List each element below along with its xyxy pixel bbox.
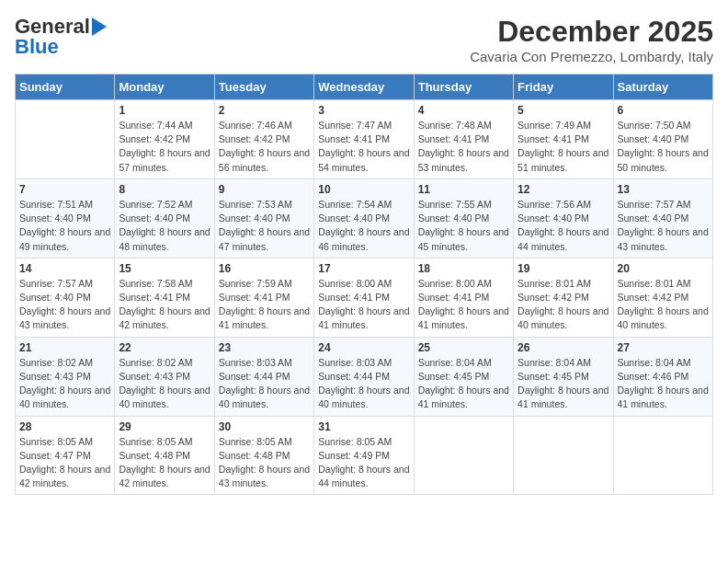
- day-number: 21: [19, 341, 110, 354]
- day-number: 23: [219, 341, 310, 354]
- cell-info: Sunrise: 7:55 AMSunset: 4:40 PMDaylight:…: [418, 198, 509, 254]
- cell-info: Sunrise: 8:03 AMSunset: 4:44 PMDaylight:…: [318, 356, 409, 412]
- calendar-cell: [514, 416, 613, 495]
- day-number: 27: [618, 341, 709, 354]
- calendar-cell: 21Sunrise: 8:02 AMSunset: 4:43 PMDayligh…: [16, 337, 115, 416]
- calendar-cell: 9Sunrise: 7:53 AMSunset: 4:40 PMDaylight…: [214, 178, 313, 258]
- calendar-cell: 27Sunrise: 8:04 AMSunset: 4:46 PMDayligh…: [613, 337, 712, 416]
- day-number: 1: [119, 104, 210, 117]
- cell-info: Sunrise: 7:49 AMSunset: 4:41 PMDaylight:…: [518, 119, 609, 175]
- cell-info: Sunrise: 7:59 AMSunset: 4:41 PMDaylight:…: [219, 277, 310, 333]
- calendar-cell: 12Sunrise: 7:56 AMSunset: 4:40 PMDayligh…: [514, 178, 613, 258]
- calendar-cell: 7Sunrise: 7:51 AMSunset: 4:40 PMDaylight…: [16, 178, 115, 258]
- calendar-cell: 20Sunrise: 8:01 AMSunset: 4:42 PMDayligh…: [613, 258, 712, 337]
- calendar-cell: 17Sunrise: 8:00 AMSunset: 4:41 PMDayligh…: [314, 258, 414, 337]
- week-row-4: 28Sunrise: 8:05 AMSunset: 4:47 PMDayligh…: [16, 416, 713, 495]
- weekday-header-sunday: Sunday: [16, 75, 115, 100]
- calendar-cell: 4Sunrise: 7:48 AMSunset: 4:41 PMDaylight…: [414, 100, 513, 179]
- calendar-cell: 18Sunrise: 8:00 AMSunset: 4:41 PMDayligh…: [414, 258, 513, 337]
- cell-info: Sunrise: 7:53 AMSunset: 4:40 PMDaylight:…: [219, 198, 310, 254]
- calendar-cell: 22Sunrise: 8:02 AMSunset: 4:43 PMDayligh…: [115, 337, 214, 416]
- day-number: 31: [318, 420, 409, 433]
- day-number: 29: [119, 420, 210, 433]
- day-number: 30: [219, 420, 310, 433]
- cell-info: Sunrise: 8:05 AMSunset: 4:49 PMDaylight:…: [318, 435, 409, 491]
- day-number: 3: [318, 104, 409, 117]
- logo-arrow-icon: [92, 17, 107, 36]
- cell-info: Sunrise: 8:00 AMSunset: 4:41 PMDaylight:…: [318, 277, 409, 333]
- week-row-0: 1Sunrise: 7:44 AMSunset: 4:42 PMDaylight…: [16, 100, 713, 179]
- calendar-cell: 6Sunrise: 7:50 AMSunset: 4:40 PMDaylight…: [613, 100, 712, 179]
- weekday-header-tuesday: Tuesday: [214, 75, 313, 100]
- day-number: 2: [219, 104, 310, 117]
- title-block: December 2025 Cavaria Con Premezzo, Lomb…: [470, 15, 713, 64]
- cell-info: Sunrise: 7:52 AMSunset: 4:40 PMDaylight:…: [119, 198, 210, 254]
- cell-info: Sunrise: 7:57 AMSunset: 4:40 PMDaylight:…: [618, 198, 709, 254]
- calendar-cell: 13Sunrise: 7:57 AMSunset: 4:40 PMDayligh…: [613, 178, 712, 258]
- cell-info: Sunrise: 8:05 AMSunset: 4:48 PMDaylight:…: [119, 435, 210, 491]
- calendar-table: SundayMondayTuesdayWednesdayThursdayFrid…: [15, 74, 713, 495]
- day-number: 7: [19, 183, 110, 196]
- calendar-subtitle: Cavaria Con Premezzo, Lombardy, Italy: [470, 49, 713, 64]
- weekday-header-monday: Monday: [115, 75, 214, 100]
- weekday-header-row: SundayMondayTuesdayWednesdayThursdayFrid…: [16, 75, 713, 100]
- day-number: 13: [618, 183, 709, 196]
- calendar-title: December 2025: [470, 15, 713, 49]
- cell-info: Sunrise: 7:47 AMSunset: 4:41 PMDaylight:…: [318, 119, 409, 175]
- day-number: 9: [219, 183, 310, 196]
- week-row-1: 7Sunrise: 7:51 AMSunset: 4:40 PMDaylight…: [16, 178, 713, 258]
- cell-info: Sunrise: 8:05 AMSunset: 4:47 PMDaylight:…: [19, 435, 110, 491]
- cell-info: Sunrise: 7:44 AMSunset: 4:42 PMDaylight:…: [119, 119, 210, 175]
- day-number: 11: [418, 183, 509, 196]
- cell-info: Sunrise: 8:03 AMSunset: 4:44 PMDaylight:…: [219, 356, 310, 412]
- calendar-cell: 30Sunrise: 8:05 AMSunset: 4:48 PMDayligh…: [214, 416, 313, 495]
- calendar-cell: [613, 416, 712, 495]
- calendar-cell: 3Sunrise: 7:47 AMSunset: 4:41 PMDaylight…: [314, 100, 414, 179]
- weekday-header-friday: Friday: [514, 75, 613, 100]
- day-number: 17: [318, 262, 409, 275]
- calendar-cell: 8Sunrise: 7:52 AMSunset: 4:40 PMDaylight…: [115, 178, 214, 258]
- cell-info: Sunrise: 8:04 AMSunset: 4:46 PMDaylight:…: [618, 356, 709, 412]
- calendar-cell: 1Sunrise: 7:44 AMSunset: 4:42 PMDaylight…: [115, 100, 214, 179]
- day-number: 15: [119, 262, 210, 275]
- calendar-cell: 16Sunrise: 7:59 AMSunset: 4:41 PMDayligh…: [214, 258, 313, 337]
- calendar-cell: 5Sunrise: 7:49 AMSunset: 4:41 PMDaylight…: [514, 100, 613, 179]
- cell-info: Sunrise: 7:48 AMSunset: 4:41 PMDaylight:…: [418, 119, 509, 175]
- weekday-header-thursday: Thursday: [414, 75, 513, 100]
- logo: General Blue: [15, 15, 107, 59]
- calendar-cell: 28Sunrise: 8:05 AMSunset: 4:47 PMDayligh…: [16, 416, 115, 495]
- day-number: 4: [418, 104, 509, 117]
- day-number: 19: [518, 262, 609, 275]
- calendar-cell: 26Sunrise: 8:04 AMSunset: 4:45 PMDayligh…: [514, 337, 613, 416]
- cell-info: Sunrise: 7:46 AMSunset: 4:42 PMDaylight:…: [219, 119, 310, 175]
- cell-info: Sunrise: 7:50 AMSunset: 4:40 PMDaylight:…: [618, 119, 709, 175]
- page-header: General Blue December 2025 Cavaria Con P…: [15, 15, 713, 64]
- day-number: 25: [418, 341, 509, 354]
- cell-info: Sunrise: 8:05 AMSunset: 4:48 PMDaylight:…: [219, 435, 310, 491]
- calendar-cell: [414, 416, 513, 495]
- cell-info: Sunrise: 8:00 AMSunset: 4:41 PMDaylight:…: [418, 277, 509, 333]
- day-number: 18: [418, 262, 509, 275]
- week-row-3: 21Sunrise: 8:02 AMSunset: 4:43 PMDayligh…: [16, 337, 713, 416]
- day-number: 10: [318, 183, 409, 196]
- calendar-cell: 19Sunrise: 8:01 AMSunset: 4:42 PMDayligh…: [514, 258, 613, 337]
- cell-info: Sunrise: 8:02 AMSunset: 4:43 PMDaylight:…: [119, 356, 210, 412]
- cell-info: Sunrise: 7:57 AMSunset: 4:40 PMDaylight:…: [19, 277, 110, 333]
- calendar-cell: 10Sunrise: 7:54 AMSunset: 4:40 PMDayligh…: [314, 178, 414, 258]
- cell-info: Sunrise: 8:02 AMSunset: 4:43 PMDaylight:…: [19, 356, 110, 412]
- logo-blue: Blue: [15, 35, 59, 59]
- cell-info: Sunrise: 7:54 AMSunset: 4:40 PMDaylight:…: [318, 198, 409, 254]
- day-number: 6: [618, 104, 709, 117]
- calendar-cell: 15Sunrise: 7:58 AMSunset: 4:41 PMDayligh…: [115, 258, 214, 337]
- calendar-cell: [16, 100, 115, 179]
- calendar-cell: 11Sunrise: 7:55 AMSunset: 4:40 PMDayligh…: [414, 178, 513, 258]
- calendar-cell: 29Sunrise: 8:05 AMSunset: 4:48 PMDayligh…: [115, 416, 214, 495]
- calendar-cell: 25Sunrise: 8:04 AMSunset: 4:45 PMDayligh…: [414, 337, 513, 416]
- cell-info: Sunrise: 8:04 AMSunset: 4:45 PMDaylight:…: [518, 356, 609, 412]
- calendar-cell: 31Sunrise: 8:05 AMSunset: 4:49 PMDayligh…: [314, 416, 414, 495]
- cell-info: Sunrise: 7:58 AMSunset: 4:41 PMDaylight:…: [119, 277, 210, 333]
- cell-info: Sunrise: 7:56 AMSunset: 4:40 PMDaylight:…: [518, 198, 609, 254]
- cell-info: Sunrise: 8:01 AMSunset: 4:42 PMDaylight:…: [518, 277, 609, 333]
- cell-info: Sunrise: 8:01 AMSunset: 4:42 PMDaylight:…: [618, 277, 709, 333]
- day-number: 24: [318, 341, 409, 354]
